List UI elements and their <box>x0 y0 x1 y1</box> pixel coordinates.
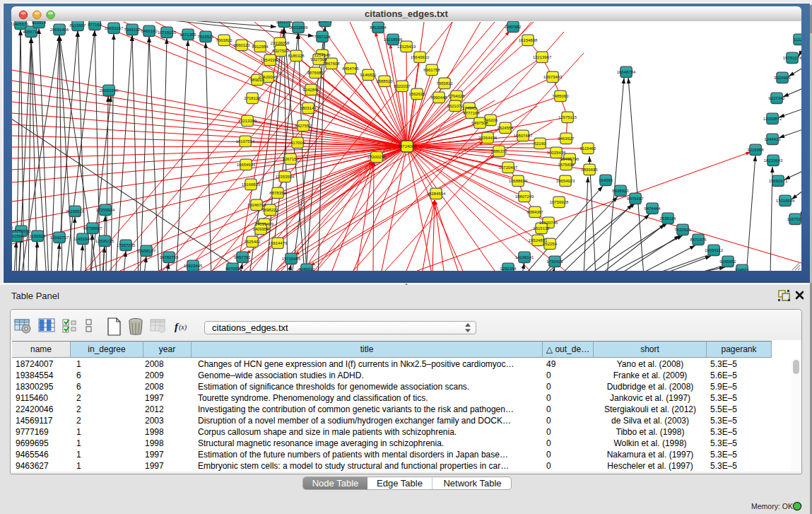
svg-text:9777169: 9777169 <box>463 111 480 115</box>
svg-text:12942757: 12942757 <box>50 235 69 240</box>
svg-text:10025438: 10025438 <box>547 151 566 155</box>
svg-text:20691406: 20691406 <box>50 28 69 32</box>
svg-text:2935114: 2935114 <box>660 216 677 221</box>
svg-text:7357224: 7357224 <box>314 35 331 39</box>
svg-text:20364436: 20364436 <box>478 136 498 140</box>
svg-text:7515521: 7515521 <box>197 35 214 39</box>
svg-text:14136141: 14136141 <box>515 255 534 259</box>
svg-text:26260690: 26260690 <box>12 229 31 233</box>
svg-text:1615132: 1615132 <box>533 226 550 230</box>
svg-text:15640910: 15640910 <box>411 55 430 59</box>
svg-text:5698222: 5698222 <box>261 208 278 212</box>
svg-text:3267150: 3267150 <box>282 157 299 161</box>
svg-text:977160: 977160 <box>88 23 102 27</box>
svg-text:16154808: 16154808 <box>519 38 538 42</box>
svg-text:7663822: 7663822 <box>216 38 233 42</box>
svg-text:17359924: 17359924 <box>96 208 115 212</box>
svg-text:9115460: 9115460 <box>580 146 597 151</box>
svg-text:10654112: 10654112 <box>705 248 724 252</box>
svg-text:16210643: 16210643 <box>764 158 783 163</box>
svg-text:1621072: 1621072 <box>447 104 464 108</box>
svg-text:10719155: 10719155 <box>158 30 177 35</box>
svg-text:391590: 391590 <box>12 234 24 238</box>
svg-text:417004: 417004 <box>290 141 305 145</box>
svg-text:18724007: 18724007 <box>398 144 417 148</box>
svg-text:9660123: 9660123 <box>233 43 250 47</box>
svg-text:6479197: 6479197 <box>627 197 644 201</box>
svg-text:9245012: 9245012 <box>298 267 315 271</box>
svg-text:11123: 11123 <box>794 37 801 42</box>
svg-text:18300295: 18300295 <box>367 155 387 159</box>
svg-text:8878354: 8878354 <box>269 191 286 195</box>
svg-text:1167533: 1167533 <box>787 217 801 221</box>
svg-text:4055714: 4055714 <box>23 30 40 34</box>
svg-text:8912954: 8912954 <box>252 45 269 49</box>
svg-text:12975115: 12975115 <box>558 115 577 119</box>
svg-text:847059: 847059 <box>225 267 240 271</box>
svg-text:8454749: 8454749 <box>342 66 359 71</box>
svg-text:3215958: 3215958 <box>747 148 764 152</box>
svg-text:989016: 989016 <box>250 78 265 82</box>
svg-text:16543382: 16543382 <box>261 58 280 62</box>
svg-text:8471676: 8471676 <box>690 238 707 242</box>
svg-text:1733426: 1733426 <box>546 259 563 264</box>
svg-text:6794028: 6794028 <box>448 94 465 98</box>
svg-text:903914: 903914 <box>32 21 47 25</box>
svg-text:8186328: 8186328 <box>288 54 305 58</box>
svg-text:8113907: 8113907 <box>70 23 87 28</box>
svg-text:2867608: 2867608 <box>323 62 340 66</box>
svg-text:7955812: 7955812 <box>436 81 453 86</box>
svg-text:1292344: 1292344 <box>500 267 517 271</box>
svg-text:8427552: 8427552 <box>295 124 312 128</box>
svg-text:1244413: 1244413 <box>764 137 781 141</box>
svg-text:2718120: 2718120 <box>244 96 261 100</box>
svg-text:20206516: 20206516 <box>66 209 85 214</box>
svg-text:9242845: 9242845 <box>302 88 319 92</box>
svg-text:1588520: 1588520 <box>376 79 393 83</box>
svg-text:9245652: 9245652 <box>719 259 736 264</box>
svg-text:8813054: 8813054 <box>370 25 387 30</box>
svg-text:1409950: 1409950 <box>252 227 269 231</box>
svg-text:12213389: 12213389 <box>238 119 257 123</box>
svg-text:13495796: 13495796 <box>560 157 579 161</box>
svg-text:9457791: 9457791 <box>234 255 251 259</box>
svg-text:1156829: 1156829 <box>30 234 47 238</box>
svg-text:20053346: 20053346 <box>100 88 119 93</box>
svg-text:8322037: 8322037 <box>394 84 411 88</box>
svg-text:16046798: 16046798 <box>247 203 266 207</box>
svg-text:11451944: 11451944 <box>73 237 93 241</box>
svg-text:1003374: 1003374 <box>276 21 293 24</box>
svg-text:0899695: 0899695 <box>581 168 598 172</box>
svg-text:15751074: 15751074 <box>783 56 801 60</box>
svg-text:904371: 904371 <box>318 21 333 23</box>
svg-text:2087682: 2087682 <box>505 25 522 29</box>
svg-text:13325419: 13325419 <box>397 45 416 49</box>
svg-text:19218506: 19218506 <box>384 37 403 42</box>
svg-text:10653267: 10653267 <box>105 26 124 30</box>
svg-text:9146821: 9146821 <box>360 73 377 77</box>
svg-text:10807487: 10807487 <box>514 134 533 138</box>
svg-text:19384554: 19384554 <box>427 192 446 196</box>
svg-text:9327503: 9327503 <box>272 49 289 53</box>
svg-text:6961758: 6961758 <box>423 68 440 72</box>
svg-text:14099489: 14099489 <box>255 222 274 226</box>
svg-text:1405571: 1405571 <box>12 22 29 26</box>
svg-text:10756928: 10756928 <box>550 200 569 204</box>
svg-text:(x): (x) <box>179 323 187 332</box>
svg-text:7632621: 7632621 <box>674 228 691 232</box>
svg-text:15716485: 15716485 <box>282 257 301 261</box>
svg-text:3624554: 3624554 <box>497 126 514 130</box>
svg-text:9329906: 9329906 <box>774 76 791 80</box>
svg-text:19654923: 19654923 <box>556 179 575 183</box>
svg-text:2803144: 2803144 <box>300 106 317 110</box>
svg-text:9463627: 9463627 <box>558 136 575 141</box>
svg-text:62160: 62160 <box>534 141 546 146</box>
svg-text:16914479: 16914479 <box>269 241 288 245</box>
svg-text:16033809: 16033809 <box>289 25 308 30</box>
svg-text:10958107: 10958107 <box>137 249 156 253</box>
svg-text:19166829: 19166829 <box>242 182 261 187</box>
svg-text:18807249: 18807249 <box>515 194 534 199</box>
svg-text:16782759: 16782759 <box>160 255 179 259</box>
svg-text:8990448: 8990448 <box>430 95 447 100</box>
svg-text:17016504: 17016504 <box>776 199 795 203</box>
